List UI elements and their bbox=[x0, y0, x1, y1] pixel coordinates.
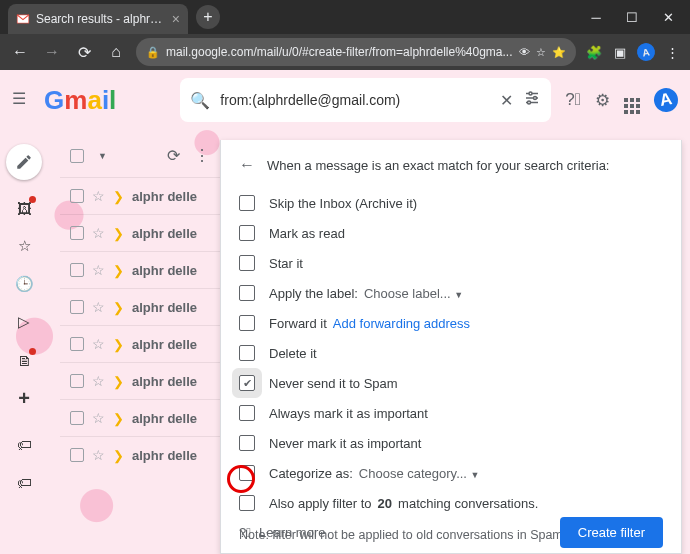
maximize-icon[interactable]: ☐ bbox=[620, 10, 644, 25]
importance-icon[interactable]: ❯ bbox=[113, 226, 124, 241]
back-icon[interactable]: ← bbox=[8, 40, 32, 64]
apply-label-checkbox[interactable] bbox=[239, 285, 255, 301]
bookmark-icon[interactable]: ⭐ bbox=[552, 46, 566, 59]
sent-rail-icon[interactable]: ▷ bbox=[14, 312, 34, 332]
svg-point-5 bbox=[534, 97, 537, 100]
create-filter-button[interactable]: Create filter bbox=[560, 517, 663, 548]
support-icon[interactable]: ?⃝ bbox=[565, 90, 581, 110]
star-icon[interactable]: ☆ bbox=[92, 299, 105, 315]
account-avatar[interactable]: A bbox=[654, 88, 678, 112]
menu-icon[interactable]: ⋮ bbox=[662, 42, 682, 62]
compose-button[interactable] bbox=[6, 144, 42, 180]
add-forwarding-link[interactable]: Add forwarding address bbox=[333, 316, 470, 331]
tab-title: Search results - alphr101@gmai bbox=[36, 12, 166, 26]
browser-titlebar: Search results - alphr101@gmai × + ─ ☐ ✕ bbox=[0, 0, 690, 34]
translate-icon[interactable]: ☆ bbox=[536, 46, 546, 59]
clear-search-icon[interactable]: ✕ bbox=[500, 91, 513, 110]
star-icon[interactable]: ☆ bbox=[92, 188, 105, 204]
label-1-icon[interactable]: 🏷 bbox=[14, 434, 34, 454]
tab-close-icon[interactable]: × bbox=[172, 11, 180, 27]
eye-icon[interactable]: 👁 bbox=[519, 46, 530, 58]
row-checkbox[interactable] bbox=[70, 263, 84, 277]
minimize-icon[interactable]: ─ bbox=[584, 10, 608, 25]
snoozed-rail-icon[interactable]: 🕒 bbox=[14, 274, 34, 294]
reload-icon[interactable]: ⟳ bbox=[72, 40, 96, 64]
row-checkbox[interactable] bbox=[70, 337, 84, 351]
mark-read-checkbox[interactable] bbox=[239, 225, 255, 241]
also-apply-label: Also apply filter to 20 matching convers… bbox=[269, 496, 538, 511]
row-checkbox[interactable] bbox=[70, 300, 84, 314]
never-spam-checkbox[interactable] bbox=[239, 375, 255, 391]
main-menu-icon[interactable]: ☰ bbox=[12, 89, 30, 111]
extension-b-icon[interactable]: A bbox=[636, 42, 656, 62]
mail-row[interactable]: ☆❯alphr delle bbox=[60, 325, 220, 362]
categorize-checkbox[interactable] bbox=[239, 465, 255, 481]
close-window-icon[interactable]: ✕ bbox=[656, 10, 680, 25]
extensions-icon[interactable]: 🧩 bbox=[584, 42, 604, 62]
never-important-checkbox[interactable] bbox=[239, 435, 255, 451]
choose-category-dropdown[interactable]: Choose category... ▼ bbox=[359, 466, 480, 481]
address-bar[interactable]: 🔒 mail.google.com/mail/u/0/#create-filte… bbox=[136, 38, 576, 66]
settings-icon[interactable]: ⚙ bbox=[595, 90, 610, 111]
back-arrow-icon[interactable]: ← bbox=[239, 156, 255, 174]
star-icon[interactable]: ☆ bbox=[92, 262, 105, 278]
gmail-logo[interactable]: Gmail bbox=[44, 85, 116, 116]
importance-icon[interactable]: ❯ bbox=[113, 300, 124, 315]
mail-row[interactable]: ☆❯alphr delle bbox=[60, 399, 220, 436]
inbox-rail-icon[interactable]: 🖼 bbox=[14, 198, 34, 218]
mail-row[interactable]: ☆❯alphr delle bbox=[60, 362, 220, 399]
home-icon[interactable]: ⌂ bbox=[104, 40, 128, 64]
importance-icon[interactable]: ❯ bbox=[113, 337, 124, 352]
search-icon[interactable]: 🔍 bbox=[190, 91, 210, 110]
forward-checkbox[interactable] bbox=[239, 315, 255, 331]
importance-icon[interactable]: ❯ bbox=[113, 263, 124, 278]
more-actions-icon[interactable]: ⋮ bbox=[194, 146, 210, 165]
sender-name: alphr delle bbox=[132, 411, 197, 426]
row-checkbox[interactable] bbox=[70, 411, 84, 425]
importance-icon[interactable]: ❯ bbox=[113, 374, 124, 389]
mark-read-label: Mark as read bbox=[269, 226, 345, 241]
row-checkbox[interactable] bbox=[70, 374, 84, 388]
row-checkbox[interactable] bbox=[70, 189, 84, 203]
apps-icon[interactable] bbox=[624, 87, 640, 114]
browser-tab[interactable]: Search results - alphr101@gmai × bbox=[8, 4, 188, 34]
sender-name: alphr delle bbox=[132, 300, 197, 315]
mail-row[interactable]: ☆❯alphr delle bbox=[60, 214, 220, 251]
star-icon[interactable]: ☆ bbox=[92, 410, 105, 426]
skip-inbox-checkbox[interactable] bbox=[239, 195, 255, 211]
star-icon[interactable]: ☆ bbox=[92, 336, 105, 352]
star-icon[interactable]: ☆ bbox=[92, 447, 105, 463]
importance-icon[interactable]: ❯ bbox=[113, 411, 124, 426]
select-all-caret-icon[interactable]: ▼ bbox=[98, 151, 107, 161]
more-rail-icon[interactable]: + bbox=[14, 388, 34, 408]
delete-checkbox[interactable] bbox=[239, 345, 255, 361]
label-2-icon[interactable]: 🏷 bbox=[14, 472, 34, 492]
forward-icon[interactable]: → bbox=[40, 40, 64, 64]
extension-a-icon[interactable]: ▣ bbox=[610, 42, 630, 62]
select-all-checkbox[interactable] bbox=[70, 149, 84, 163]
star-checkbox[interactable] bbox=[239, 255, 255, 271]
importance-icon[interactable]: ❯ bbox=[113, 448, 124, 463]
learn-more-link[interactable]: ?⃝Learn more bbox=[239, 525, 325, 540]
search-options-icon[interactable] bbox=[523, 89, 541, 111]
drafts-rail-icon[interactable]: 🗎 bbox=[14, 350, 34, 370]
row-checkbox[interactable] bbox=[70, 448, 84, 462]
importance-icon[interactable]: ❯ bbox=[113, 189, 124, 204]
window-controls: ─ ☐ ✕ bbox=[584, 10, 680, 25]
choose-label-dropdown[interactable]: Choose label... ▼ bbox=[364, 286, 463, 301]
mark-important-checkbox[interactable] bbox=[239, 405, 255, 421]
row-checkbox[interactable] bbox=[70, 226, 84, 240]
new-tab-button[interactable]: + bbox=[196, 5, 220, 29]
starred-rail-icon[interactable]: ☆ bbox=[14, 236, 34, 256]
mail-row[interactable]: ☆❯alphr delle bbox=[60, 436, 220, 473]
star-icon[interactable]: ☆ bbox=[92, 225, 105, 241]
search-box[interactable]: 🔍 from:(alphrdelle@gmail.com) ✕ bbox=[180, 78, 551, 122]
mail-row[interactable]: ☆❯alphr delle bbox=[60, 288, 220, 325]
refresh-icon[interactable]: ⟳ bbox=[167, 146, 180, 165]
filter-prompt: When a message is an exact match for you… bbox=[267, 158, 609, 173]
star-icon[interactable]: ☆ bbox=[92, 373, 105, 389]
svg-point-6 bbox=[528, 101, 531, 104]
mail-row[interactable]: ☆❯alphr delle bbox=[60, 251, 220, 288]
mail-row[interactable]: ☆❯alphr delle bbox=[60, 177, 220, 214]
also-apply-checkbox[interactable] bbox=[239, 495, 255, 511]
